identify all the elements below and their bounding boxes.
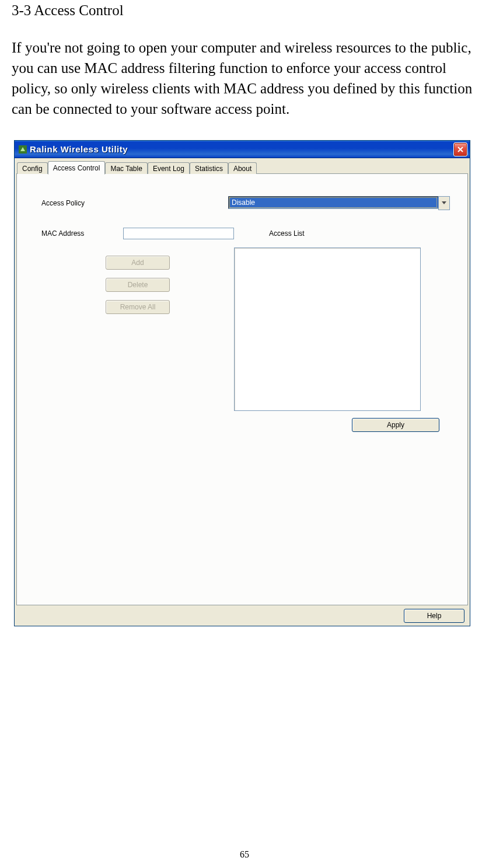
- delete-button[interactable]: Delete: [106, 278, 170, 292]
- mac-address-label: MAC Address: [41, 229, 123, 238]
- client-area: Config Access Control Mac Table Event Lo…: [15, 158, 470, 626]
- tab-panel: Access Policy Disable MAC Address Access…: [16, 173, 468, 605]
- access-policy-select[interactable]: Disable: [228, 196, 450, 210]
- access-list-label: Access List: [269, 229, 305, 238]
- tab-strip: Config Access Control Mac Table Event Lo…: [17, 161, 468, 173]
- tab-event-log[interactable]: Event Log: [148, 162, 190, 174]
- section-body: If you're not going to open your compute…: [12, 37, 477, 119]
- tab-about[interactable]: About: [228, 162, 257, 174]
- app-window: Ralink Wireless Utility Config Access Co…: [14, 140, 470, 626]
- add-button[interactable]: Add: [106, 256, 170, 270]
- tab-access-control[interactable]: Access Control: [48, 161, 106, 175]
- remove-all-button[interactable]: Remove All: [106, 300, 170, 314]
- access-list-box[interactable]: [234, 247, 421, 411]
- access-policy-label: Access Policy: [41, 199, 123, 207]
- close-button[interactable]: [453, 142, 467, 156]
- help-button[interactable]: Help: [404, 609, 464, 623]
- window-title: Ralink Wireless Utility: [30, 144, 453, 154]
- title-bar[interactable]: Ralink Wireless Utility: [15, 141, 470, 158]
- tab-mac-table[interactable]: Mac Table: [105, 162, 147, 174]
- tab-config[interactable]: Config: [17, 162, 48, 174]
- page-number: 65: [0, 849, 489, 860]
- dropdown-arrow-icon[interactable]: [438, 196, 450, 210]
- access-policy-value[interactable]: Disable: [228, 196, 438, 209]
- tab-statistics[interactable]: Statistics: [190, 162, 228, 174]
- app-icon: [18, 145, 27, 154]
- section-heading: 3-3 Access Control: [12, 2, 477, 19]
- mac-address-input[interactable]: [123, 228, 234, 239]
- apply-button[interactable]: Apply: [352, 418, 439, 432]
